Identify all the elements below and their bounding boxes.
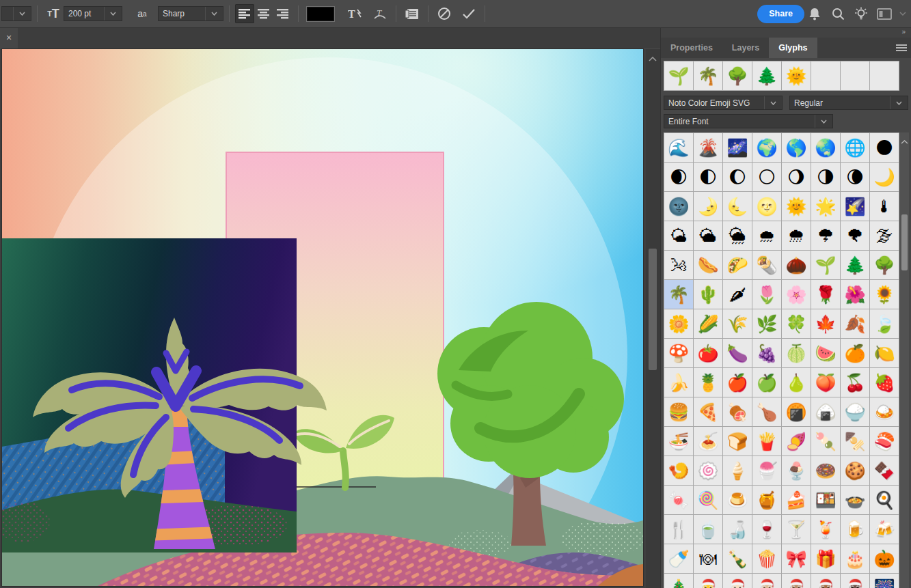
glyph-cell[interactable]: 🌕 bbox=[752, 163, 782, 192]
glyph-cell[interactable]: 🍃 bbox=[870, 309, 899, 339]
scroll-up-icon[interactable] bbox=[901, 135, 908, 147]
glyph-cell[interactable]: 🌟 bbox=[811, 192, 841, 221]
glyph-cell[interactable]: 🍋 bbox=[870, 339, 899, 368]
glyph-cell[interactable]: 🍻 bbox=[870, 515, 899, 544]
glyph-cell[interactable]: 🍳 bbox=[870, 486, 899, 515]
glyph-cell[interactable]: 🌳 bbox=[870, 251, 899, 280]
glyph-cell[interactable]: 🌫 bbox=[870, 221, 899, 251]
glyph-cell[interactable]: 🍺 bbox=[841, 515, 870, 544]
glyph-cell[interactable]: 🌝 bbox=[752, 192, 782, 221]
glyph-cell[interactable]: 🍨 bbox=[782, 456, 811, 486]
workspace-layout-icon[interactable] bbox=[874, 3, 895, 24]
scrollbar-thumb[interactable] bbox=[901, 214, 908, 270]
tool-preset-select[interactable] bbox=[1, 6, 31, 21]
warp-text-icon[interactable]: T bbox=[345, 3, 366, 24]
canvas-vertical-scrollbar[interactable] bbox=[646, 49, 660, 588]
glyph-cell[interactable]: 🍴 bbox=[664, 515, 694, 544]
panel-menu-icon[interactable] bbox=[896, 43, 907, 53]
glyph-cell[interactable]: 🍼 bbox=[664, 544, 694, 574]
recent-glyph-cell[interactable]: 🌞 bbox=[782, 61, 811, 91]
glyph-cell[interactable]: 🍓 bbox=[870, 368, 899, 397]
recent-glyph-cell[interactable]: 🌳 bbox=[723, 61, 752, 91]
glyph-cell[interactable]: 🍔 bbox=[664, 397, 694, 427]
recent-glyph-cell[interactable] bbox=[841, 61, 870, 91]
glyph-cell[interactable]: 🍒 bbox=[841, 368, 870, 397]
glyph-cell[interactable]: 🌪 bbox=[841, 221, 870, 251]
glyph-cell[interactable]: 🍇 bbox=[752, 339, 782, 368]
glyph-cell[interactable]: 🍣 bbox=[870, 427, 899, 456]
glyph-cell[interactable]: 🌠 bbox=[841, 192, 870, 221]
glyph-cell[interactable]: 🍗 bbox=[752, 397, 782, 427]
character-panel-icon[interactable] bbox=[402, 3, 422, 24]
glyph-cell[interactable]: 🌽 bbox=[694, 309, 723, 339]
recent-glyph-cell[interactable] bbox=[811, 61, 841, 91]
glyph-cell[interactable]: 🌋 bbox=[694, 133, 723, 163]
notifications-bell-icon[interactable] bbox=[804, 3, 825, 24]
glyph-cell[interactable]: 🍧 bbox=[752, 456, 782, 486]
glyph-cell[interactable]: 🌿 bbox=[752, 309, 782, 339]
canvas[interactable] bbox=[2, 49, 643, 586]
glyph-cell[interactable]: 🌦 bbox=[723, 221, 752, 251]
glyph-cell[interactable]: 🌎 bbox=[782, 133, 811, 163]
glyph-cell[interactable]: 🌥 bbox=[694, 221, 723, 251]
align-right-button[interactable] bbox=[273, 4, 293, 23]
glyph-cell[interactable]: 🎅🏾 bbox=[811, 574, 841, 588]
glyph-cell[interactable]: 🎁 bbox=[811, 544, 841, 574]
glyph-cell[interactable]: 🍄 bbox=[664, 339, 694, 368]
glyph-cell[interactable]: 🌬 bbox=[664, 251, 694, 280]
glyph-cell[interactable]: 🍅 bbox=[694, 339, 723, 368]
glyph-cell[interactable]: 🍮 bbox=[723, 486, 752, 515]
glyph-cell[interactable]: 🍞 bbox=[723, 427, 752, 456]
glyph-cell[interactable]: 🍪 bbox=[841, 456, 870, 486]
glyph-cell[interactable]: 🎅🏻 bbox=[723, 574, 752, 588]
align-left-button[interactable] bbox=[235, 4, 254, 23]
glyph-cell[interactable]: 🍏 bbox=[752, 368, 782, 397]
glyph-cell[interactable]: 🌧 bbox=[752, 221, 782, 251]
glyph-cell[interactable]: 🍡 bbox=[811, 427, 841, 456]
glyph-cell[interactable]: 🍘 bbox=[782, 397, 811, 427]
glyph-cell[interactable]: 🍌 bbox=[664, 368, 694, 397]
lightbulb-icon[interactable] bbox=[851, 3, 871, 24]
glyph-cell[interactable]: 🎆 bbox=[870, 574, 899, 588]
glyph-cell[interactable]: 🍈 bbox=[782, 339, 811, 368]
glyph-cell[interactable]: 🍟 bbox=[752, 427, 782, 456]
glyph-cell[interactable]: 🍶 bbox=[723, 515, 752, 544]
glyph-cell[interactable]: 🍁 bbox=[811, 309, 841, 339]
commit-edit-icon[interactable] bbox=[459, 3, 479, 24]
font-family-select[interactable]: Noto Color Emoji SVG bbox=[664, 96, 783, 110]
glyph-cell[interactable]: 🌌 bbox=[723, 133, 752, 163]
glyph-cell[interactable]: 🌘 bbox=[841, 163, 870, 192]
recent-glyph-cell[interactable]: 🌴 bbox=[694, 61, 723, 91]
text-on-path-icon[interactable]: T bbox=[370, 3, 390, 24]
glyph-cell[interactable]: 🌰 bbox=[782, 251, 811, 280]
glyph-cell[interactable]: 🍰 bbox=[782, 486, 811, 515]
glyph-cell[interactable]: 🌼 bbox=[664, 309, 694, 339]
glyph-cell[interactable]: 🍱 bbox=[811, 486, 841, 515]
glyph-cell[interactable]: 🍦 bbox=[723, 456, 752, 486]
font-style-select[interactable]: Regular bbox=[789, 96, 908, 110]
glyph-cell[interactable]: 🍂 bbox=[841, 309, 870, 339]
glyph-cell[interactable]: 🍍 bbox=[694, 368, 723, 397]
glyph-cell[interactable]: 🎂 bbox=[841, 544, 870, 574]
glyph-cell[interactable]: 🌊 bbox=[664, 133, 694, 163]
chevron-down-icon[interactable] bbox=[897, 3, 908, 24]
glyph-range-select[interactable]: Entire Font bbox=[664, 114, 833, 128]
palm-image[interactable] bbox=[2, 238, 327, 552]
glyph-cell[interactable]: 🍽 bbox=[694, 544, 723, 574]
glyph-cell[interactable]: 🍾 bbox=[723, 544, 752, 574]
recent-glyph-cell[interactable]: 🌱 bbox=[664, 61, 694, 91]
glyph-cell[interactable]: 🍆 bbox=[723, 339, 752, 368]
glyph-cell[interactable]: 🌾 bbox=[723, 309, 752, 339]
glyph-cell[interactable]: 🍸 bbox=[782, 515, 811, 544]
glyph-cell[interactable]: 🍀 bbox=[782, 309, 811, 339]
glyph-cell[interactable]: 🎄 bbox=[664, 574, 694, 588]
glyph-cell[interactable]: 🌴 bbox=[664, 280, 694, 309]
scrollbar-thumb[interactable] bbox=[649, 249, 657, 370]
search-icon[interactable] bbox=[828, 3, 848, 24]
glyph-cell[interactable]: 🌛 bbox=[694, 192, 723, 221]
glyph-cell[interactable]: 🍜 bbox=[664, 427, 694, 456]
glyph-cell[interactable]: 🍵 bbox=[694, 515, 723, 544]
glyph-cell[interactable]: 🍿 bbox=[752, 544, 782, 574]
glyph-cell[interactable]: 🍝 bbox=[694, 427, 723, 456]
glyph-scrollbar[interactable] bbox=[900, 132, 909, 588]
